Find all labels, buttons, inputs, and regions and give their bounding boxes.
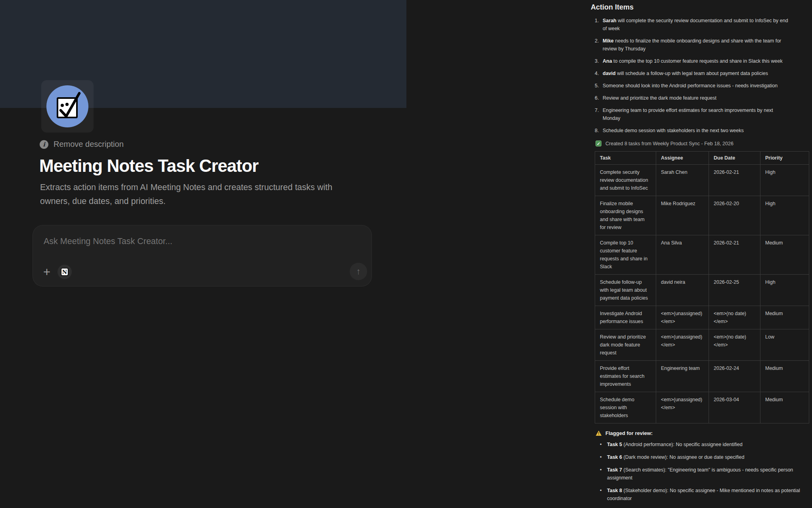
column-header: Priority [760, 152, 809, 165]
status-line: ✓ Created 8 tasks from Weekly Product Sy… [596, 140, 810, 146]
table-cell: Complete security review documentation a… [595, 165, 656, 196]
list-item: 5.Someone should look into the Android p… [591, 82, 791, 90]
list-marker: 8. [595, 127, 603, 135]
list-marker: 4. [595, 69, 603, 77]
list-item-text: Task 7 (Search estimates): "Engineering … [607, 466, 801, 482]
table-cell: Schedule follow-up with legal team about… [595, 275, 656, 306]
list-marker: • [600, 453, 607, 461]
table-cell: High [760, 275, 809, 306]
list-item: 6.Review and prioritize the dark mode fe… [591, 94, 791, 102]
page-title: Meeting Notes Task Creator [39, 156, 259, 176]
checkbox-icon [46, 85, 89, 128]
table-cell: <em>(unassigned)</em> [656, 392, 709, 423]
action-items-list: 1.Sarah will complete the security revie… [591, 17, 810, 135]
notion-agent-page: i Remove description Meeting Notes Task … [0, 0, 812, 508]
list-item-text: david will schedule a follow-up with leg… [603, 69, 768, 77]
table-cell: 2026-02-21 [709, 235, 760, 275]
list-item: 7.Engineering team to provide effort est… [591, 106, 791, 122]
table-cell: Medium [760, 392, 809, 423]
list-item: •Task 7 (Search estimates): "Engineering… [600, 466, 801, 482]
list-marker: 5. [595, 82, 603, 90]
list-item-text: Task 6 (Dark mode review): No assignee o… [607, 453, 744, 461]
flagged-heading-label: Flagged for review: [605, 430, 653, 436]
flagged-list: •Task 5 (Android performance): No specif… [591, 441, 810, 502]
table-cell: <em>(unassigned)</em> [656, 329, 709, 361]
list-item: 1.Sarah will complete the security revie… [591, 17, 791, 33]
table-cell: 2026-02-24 [709, 361, 760, 392]
table-cell: High [760, 196, 809, 235]
page-description: Extracts action items from AI Meeting No… [40, 181, 357, 208]
list-item: •Task 5 (Android performance): No specif… [600, 441, 801, 448]
list-item-text: Engineering team to provide effort estim… [603, 106, 791, 122]
list-marker: 6. [595, 94, 603, 102]
table-cell: <em>(no date)</em> [709, 306, 760, 329]
list-item: 8.Schedule demo session with stakeholder… [591, 127, 791, 135]
list-marker: • [600, 466, 607, 482]
list-item: 3.Ana to compile the top 10 customer fea… [591, 57, 791, 65]
column-header: Task [595, 152, 656, 165]
green-check-icon: ✓ [596, 140, 601, 146]
table-cell: Investigate Android performance issues [595, 306, 656, 329]
table-cell: Sarah Chen [656, 165, 709, 196]
table-row: Investigate Android performance issues<e… [595, 306, 809, 329]
table-cell: Low [760, 329, 809, 361]
list-item: •Task 6 (Dark mode review): No assignee … [600, 453, 801, 461]
remove-description-button[interactable]: i Remove description [40, 140, 124, 149]
input-placeholder: Ask Meeting Notes Task Creator... [44, 237, 172, 246]
list-item: 2.Mike needs to finalize the mobile onbo… [591, 37, 791, 53]
table-row: Review and prioritize dark mode feature … [595, 329, 809, 361]
table-row: Complete security review documentation a… [595, 165, 809, 196]
list-item-text: Sarah will complete the security review … [603, 17, 791, 33]
agent-icon-button[interactable] [41, 80, 94, 133]
list-item-text: Mike needs to finalize the mobile onboar… [603, 37, 791, 53]
agent-input-box[interactable]: Ask Meeting Notes Task Creator... + N ↑ [33, 225, 372, 287]
info-icon: i [40, 140, 48, 149]
list-marker: 7. [595, 106, 603, 122]
table-cell: Ana Silva [656, 235, 709, 275]
table-row: Finalize mobile onboarding designs and s… [595, 196, 809, 235]
remove-description-label: Remove description [54, 140, 124, 149]
table-cell: Medium [760, 361, 809, 392]
list-item-text: Schedule demo session with stakeholders … [603, 127, 744, 135]
list-item-text: Review and prioritize the dark mode feat… [603, 94, 716, 102]
svg-text:!: ! [598, 431, 599, 436]
table-cell: Provide effort estimates for search impr… [595, 361, 656, 392]
list-marker: 3. [595, 57, 603, 65]
table-cell: 2026-03-04 [709, 392, 760, 423]
table-cell: <em>(no date)</em> [709, 329, 760, 361]
list-marker: • [600, 487, 607, 502]
table-cell: david neira [656, 275, 709, 306]
table-row: Provide effort estimates for search impr… [595, 361, 809, 392]
arrow-up-icon: ↑ [356, 266, 361, 277]
column-header: Due Date [709, 152, 760, 165]
response-panel[interactable]: Action Items 1.Sarah will complete the s… [591, 0, 810, 507]
tasks-table-header: TaskAssigneeDue DatePriority [595, 152, 809, 165]
list-item-text: Someone should look into the Android per… [603, 82, 778, 90]
table-cell: 2026-02-20 [709, 196, 760, 235]
list-item-text: Task 8 (Stakeholder demo): No specific a… [607, 487, 801, 502]
svg-text:N: N [62, 269, 67, 275]
table-cell: Finalize mobile onboarding designs and s… [595, 196, 656, 235]
list-marker: 2. [595, 37, 603, 53]
status-text: Created 8 tasks from Weekly Product Sync… [605, 141, 733, 146]
list-item: 4.david will schedule a follow-up with l… [591, 69, 791, 77]
plus-icon: + [43, 265, 50, 279]
table-cell: Engineering team [656, 361, 709, 392]
table-cell: 2026-02-21 [709, 165, 760, 196]
table-cell: High [760, 165, 809, 196]
send-button[interactable]: ↑ [350, 263, 367, 280]
table-row: Compile top 10 customer feature requests… [595, 235, 809, 275]
attach-button[interactable]: + [39, 265, 54, 280]
table-cell: Compile top 10 customer feature requests… [595, 235, 656, 275]
list-marker: • [600, 441, 607, 448]
table-cell: <em>(unassigned)</em> [656, 306, 709, 329]
response-heading: Action Items [591, 3, 810, 12]
table-cell: Medium [760, 306, 809, 329]
list-marker: 1. [595, 17, 603, 33]
table-cell: 2026-02-25 [709, 275, 760, 306]
table-cell: Review and prioritize dark mode feature … [595, 329, 656, 361]
notion-source-button[interactable]: N [57, 265, 72, 279]
table-row: Schedule demo session with stakeholders<… [595, 392, 809, 423]
table-row: Schedule follow-up with legal team about… [595, 275, 809, 306]
list-item: •Task 8 (Stakeholder demo): No specific … [600, 487, 801, 502]
